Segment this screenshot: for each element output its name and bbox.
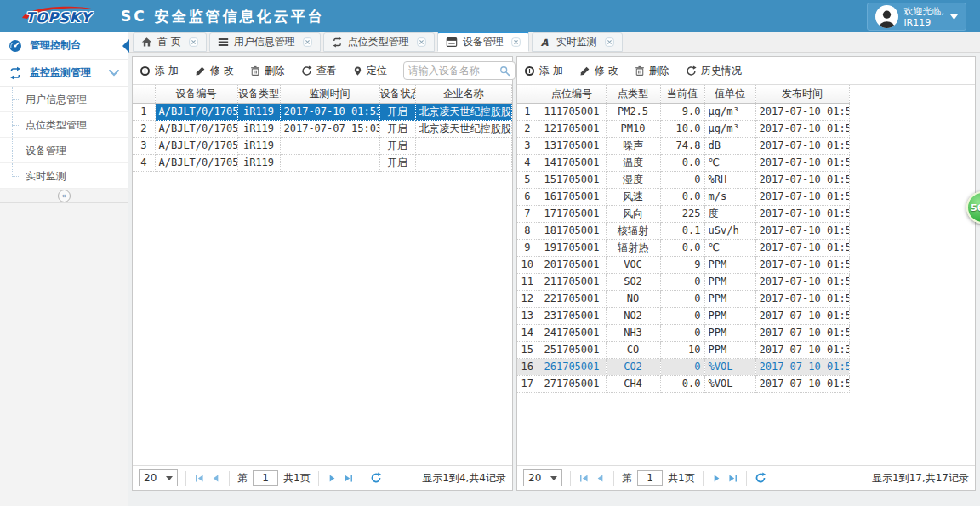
table-row[interactable]: 4141705001温度0.0℃2017-07-10 01:53:22 xyxy=(517,154,849,171)
cell-time: 2017-07-10 01:53:21 xyxy=(755,205,849,222)
close-icon[interactable] xyxy=(417,37,426,47)
cell-unit: %VOL xyxy=(704,358,755,375)
cell-time: 2017-07-10 01:53:21 xyxy=(755,324,849,341)
table-row[interactable]: 5151705001湿度0%RH2017-07-10 01:53:22 xyxy=(517,171,849,188)
locate-button[interactable]: 定位 xyxy=(353,64,387,78)
cell-company xyxy=(415,154,512,171)
column-header[interactable]: 值单位 xyxy=(704,85,755,103)
reload-button[interactable] xyxy=(370,472,382,484)
last-page-button[interactable] xyxy=(343,473,354,484)
sidebar-collapse-bar: « xyxy=(0,189,128,203)
cell-point: 151705001 xyxy=(538,171,606,188)
search-icon[interactable] xyxy=(499,65,510,77)
column-header[interactable]: 点位编号 xyxy=(538,85,606,103)
cell-type: iR119 xyxy=(237,120,280,137)
sidebar-item-device-mgmt[interactable]: 设备管理 xyxy=(0,138,128,163)
cell-num: 11 xyxy=(517,273,538,290)
cell-unit: dB xyxy=(704,137,755,154)
table-row[interactable]: 10201705001VOC9PPM2017-07-10 01:53:22 xyxy=(517,256,849,273)
tab-user-info[interactable]: 用户信息管理 xyxy=(209,32,321,52)
device-search-input[interactable] xyxy=(408,65,499,77)
tab-device-mgmt[interactable]: 设备管理 xyxy=(437,31,529,52)
monitor-icon: A xyxy=(540,37,551,48)
sidebar-group-console[interactable]: 管理控制台 xyxy=(0,32,128,60)
first-page-button[interactable] xyxy=(194,473,205,484)
close-icon[interactable] xyxy=(303,37,312,47)
column-header[interactable]: 企业名称 xyxy=(415,85,512,103)
view-button[interactable]: 查看 xyxy=(301,64,337,78)
close-icon[interactable] xyxy=(605,37,614,47)
pencil-icon xyxy=(579,65,590,77)
table-row[interactable]: 12221705001NO0PPM2017-07-10 01:53:21 xyxy=(517,290,849,307)
column-header[interactable]: 当前值 xyxy=(660,85,704,103)
table-row[interactable]: 13231705001NO20PPM2017-07-10 01:53:22 xyxy=(517,307,849,324)
history-icon xyxy=(686,65,697,77)
table-row[interactable]: 7171705001风向225度2017-07-10 01:53:21 xyxy=(517,205,849,222)
table-row[interactable]: 14241705001NH30PPM2017-07-10 01:53:21 xyxy=(517,324,849,341)
cell-point: 231705001 xyxy=(538,307,606,324)
collapse-button[interactable]: « xyxy=(58,190,71,202)
page-number-input[interactable] xyxy=(637,470,663,486)
table-row[interactable]: 15251705001CO10PPM2017-07-10 01:37:01 xyxy=(517,341,849,358)
table-row[interactable]: 6161705001风速0.0m/s2017-07-10 01:53:21 xyxy=(517,188,849,205)
column-header[interactable]: 点类型 xyxy=(606,85,660,103)
sidebar-group-monitoring[interactable]: 监控监测管理 xyxy=(0,60,128,87)
edit-button[interactable]: 修 改 xyxy=(195,64,234,78)
table-row[interactable]: 9191705001辐射热0.0℃2017-07-10 01:53:21 xyxy=(517,239,849,256)
table-row[interactable]: 2121705001PM1010.0μg/m³2017-07-10 01:53:… xyxy=(517,120,849,137)
table-row[interactable]: 3131705001噪声74.8dB2017-07-10 01:53:22 xyxy=(517,137,849,154)
tab-home[interactable]: 首 页 xyxy=(133,32,207,52)
person-icon xyxy=(877,9,897,28)
table-row[interactable]: 1A/BJLT/0/1705001iR1192017-07-10 01:53:2… xyxy=(133,103,512,120)
tab-realtime-monitor[interactable]: A 实时监测 xyxy=(532,32,623,52)
table-row[interactable]: 11211705001SO20PPM2017-07-10 01:53:22 xyxy=(517,273,849,290)
next-page-button[interactable] xyxy=(711,473,722,484)
sync-icon xyxy=(9,66,22,80)
table-row[interactable]: 3A/BJLT/0/1705003iR119开启 xyxy=(133,137,512,154)
table-row[interactable]: 1111705001PM2.59.0μg/m³2017-07-10 01:53:… xyxy=(517,103,849,120)
page-size-select[interactable]: 20 xyxy=(523,469,562,486)
prev-page-button[interactable] xyxy=(210,473,221,484)
prev-page-button[interactable] xyxy=(595,473,606,484)
sidebar-item-point-type[interactable]: 点位类型管理 xyxy=(0,112,128,138)
page-number-input[interactable] xyxy=(253,470,278,486)
next-page-button[interactable] xyxy=(327,473,338,484)
page-size-select[interactable]: 20 xyxy=(139,469,178,486)
column-header[interactable]: 监测时间 xyxy=(280,85,379,103)
delete-button[interactable]: 删除 xyxy=(250,64,285,78)
page-total-label: 共1页 xyxy=(283,471,311,486)
cell-status: 开启 xyxy=(379,120,415,137)
table-row[interactable]: 2A/BJLT/0/1705002iR1192017-07-07 15:03:0… xyxy=(133,120,512,137)
sidebar-item-realtime[interactable]: 实时监测 xyxy=(0,163,128,189)
user-menu[interactable]: 欢迎光临, iR119 xyxy=(867,3,967,31)
table-row[interactable]: 8181705001核辐射0.1uSv/h2017-07-10 01:53:21 xyxy=(517,222,849,239)
add-button[interactable]: 添 加 xyxy=(524,64,563,78)
point-pagination: 20 第 共1页 显示1到17,共17记录 xyxy=(517,465,975,490)
reload-button[interactable] xyxy=(755,472,766,484)
sidebar-item-user-info[interactable]: 用户信息管理 xyxy=(0,87,128,112)
sidebar-menu: 管理控制台 监控监测管理 用户信息管理 点位类型管理 设备管理 实时监测 xyxy=(0,32,128,189)
add-button[interactable]: 添 加 xyxy=(140,64,179,78)
svg-text:A: A xyxy=(541,37,549,48)
column-header[interactable]: 设备编号 xyxy=(155,85,237,103)
table-row[interactable]: 16261705001CO20%VOL2017-07-10 01:53:22 xyxy=(517,358,849,375)
point-table-area: 点位编号 点类型 当前值 值单位 发布时间 1111705001PM2.59.0… xyxy=(517,85,975,465)
table-row[interactable]: 4A/BJLT/0/1705004iR119开启 xyxy=(133,154,512,171)
history-button[interactable]: 历史情况 xyxy=(686,64,742,78)
cell-value: 0.0 xyxy=(660,188,704,205)
cell-company xyxy=(415,137,512,154)
point-table: 点位编号 点类型 当前值 值单位 发布时间 1111705001PM2.59.0… xyxy=(517,85,850,393)
column-header[interactable]: 设备状态 xyxy=(379,85,415,103)
tab-point-type[interactable]: 点位类型管理 xyxy=(323,32,435,52)
close-icon[interactable] xyxy=(189,37,198,47)
device-search-box xyxy=(403,61,516,80)
column-header[interactable]: 发布时间 xyxy=(755,85,849,103)
delete-button[interactable]: 删除 xyxy=(635,64,669,78)
first-page-button[interactable] xyxy=(578,473,590,484)
close-icon[interactable] xyxy=(511,37,521,47)
table-row[interactable]: 17271705001CH40.0%VOL2017-07-10 01:53:21 xyxy=(517,375,849,392)
column-header[interactable]: 设备类型 xyxy=(237,85,280,103)
cell-time: 2017-07-07 15:03:05 xyxy=(280,120,379,137)
last-page-button[interactable] xyxy=(727,473,738,484)
edit-button[interactable]: 修 改 xyxy=(579,64,618,78)
